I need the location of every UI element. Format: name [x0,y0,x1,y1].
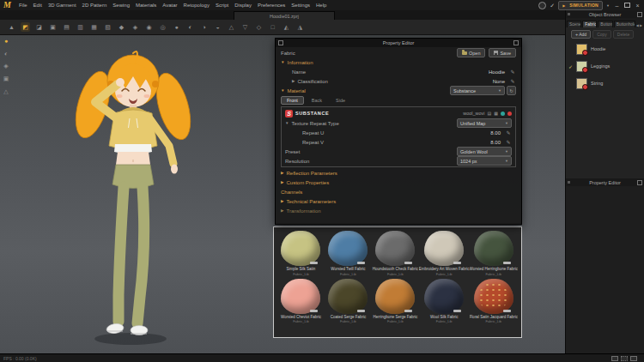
open-button[interactable]: Open [457,48,485,57]
custom-properties-header[interactable]: ▶ Custom Properties [281,178,516,187]
swatch-item[interactable]: Worsted Cheviot Fabric Fabric_Lib [277,277,325,324]
account-icon[interactable] [538,2,546,9]
property-editor-titlebar[interactable]: Property Editor [276,39,521,47]
toolbar-icon[interactable]: ◐ [185,22,195,32]
fabric-thumbnail[interactable] [375,231,415,266]
simulation-button[interactable]: ▶ SIMULATION [558,1,603,10]
side-tool-icon[interactable]: ● [2,36,10,45]
swatch-item[interactable]: Herringbone Serge Fabric Fabric_Lib [372,277,419,324]
panel-expand-icon[interactable] [513,40,519,45]
collapse-arrow-icon[interactable]: ▼ [285,121,289,125]
fabric-thumbnail[interactable] [424,279,464,314]
layers-icon[interactable]: ▦ [494,111,498,116]
toolbar-icon[interactable]: ▦ [89,22,99,32]
toolbar-icon[interactable]: ◑ [199,22,209,32]
fabric-list-item-hoodie[interactable]: Hoodie [566,40,644,57]
toolbar-icon[interactable]: △ [227,22,236,32]
panel-dock-icon[interactable] [278,40,283,45]
preset-dropdown[interactable]: Golden Wool ▼ [457,147,512,156]
menu-3d-garment[interactable]: 3D Garment [48,3,76,8]
layout-single-icon[interactable] [611,356,618,361]
menu-materials[interactable]: Materials [136,3,156,8]
information-section-header[interactable]: ▼ Information [281,57,516,67]
layout-grid-icon[interactable] [630,356,637,361]
tab-scroll-left-icon[interactable]: ◀ [636,23,639,27]
toolbar-icon[interactable]: ▥ [76,22,85,32]
tab-side[interactable]: Side [330,96,351,105]
toolbar-icon[interactable]: □ [268,22,277,32]
toolbar-icon-active[interactable]: ◩ [21,22,30,32]
delete-button[interactable]: Delete [613,30,634,39]
toolbar-icon[interactable]: ◭ [282,22,291,32]
swatch-item[interactable]: Floral Satin Jacquard Fabric Fabric_Lib [470,277,518,324]
toolbar-icon[interactable]: ◆ [117,22,126,32]
fabric-list-item-string[interactable]: String [566,75,644,92]
menu-retopology[interactable]: Retopology [184,3,210,8]
classification-value[interactable]: None [465,79,505,84]
layout-split-icon[interactable] [621,356,628,361]
swatch-item[interactable]: Simple Silk Satin Fabric_Lib [277,229,325,276]
toolbar-icon[interactable]: ◉ [144,22,154,32]
reflection-parameters-header[interactable]: ▶ Reflection Parameters [281,168,516,178]
toolbar-icon[interactable]: ◈ [131,22,140,32]
fabric-thumbnail[interactable] [474,231,513,266]
panel-expand-icon[interactable] [637,12,642,17]
tab-scroll-right-icon[interactable]: ▶ [640,23,642,27]
toolbar-icon[interactable]: ◎ [158,22,167,32]
swatch-item[interactable]: Wool Silk Fabric Fabric_Lib [419,277,470,324]
remove-substance-icon[interactable] [507,112,512,116]
fabric-thumbnail[interactable] [424,231,464,266]
minimize-button[interactable]: – [613,2,621,9]
name-value[interactable]: Hoodie [465,69,505,75]
side-tool-icon[interactable]: ◈ [2,62,10,70]
menu-avatar[interactable]: Avatar [162,3,177,8]
teal-status-icon[interactable] [501,112,505,116]
fabric-thumbnail[interactable] [375,279,415,314]
simulation-dropdown-caret[interactable]: ▼ [606,3,610,8]
menu-file[interactable]: File [19,3,27,8]
toolbar-icon[interactable]: ◒ [213,22,222,32]
swatch-item[interactable]: Coated Serge Fabric Fabric_Lib [325,277,372,324]
side-tool-icon[interactable]: ◐ [2,49,10,57]
avatar-character[interactable] [36,36,234,353]
swatch-item[interactable]: Embroidery Art Woven Fabric Fabric_Lib [419,229,470,276]
channels-header[interactable]: Channels [281,187,516,196]
toolbar-icon[interactable]: ▲ [7,22,16,32]
fabric-thumbnail[interactable] [328,231,368,266]
toolbar-icon[interactable]: ● [172,22,181,32]
side-tool-icon[interactable]: △ [2,87,10,96]
menu-display[interactable]: Display [234,3,252,8]
menu-sewing[interactable]: Sewing [112,3,130,8]
fabric-thumbnail[interactable] [281,279,320,314]
tab-buttonhole[interactable]: Buttonhole [614,21,635,27]
copy-button[interactable]: Copy [592,30,611,39]
panel-expand-icon[interactable] [637,180,642,185]
toolbar-icon[interactable]: ◮ [295,22,305,32]
panel-dock-icon[interactable] [568,181,570,184]
edit-pencil-icon[interactable]: ✎ [505,130,512,136]
fabric-list-item-leggings[interactable]: ✓ Leggings [566,57,644,75]
material-type-dropdown[interactable]: Substance ▼ [450,86,505,95]
panel-dock-icon[interactable] [568,13,570,15]
swatch-item[interactable]: Houndstooth Check Fabric Fabric_Lib [372,229,419,276]
close-button[interactable]: × [634,2,641,9]
toolbar-icon[interactable]: ◇ [254,22,264,32]
tab-scene[interactable]: Scene [567,21,581,27]
edit-pencil-icon[interactable]: ✎ [509,69,516,75]
menu-2d-pattern[interactable]: 2D Pattern [82,3,107,8]
check-icon[interactable]: ✓ [550,3,555,9]
save-button[interactable]: Save [489,48,516,57]
expand-arrow-icon[interactable]: ▶ [292,79,295,83]
repeat-u-value[interactable]: 8.00 [461,130,501,136]
menu-script[interactable]: Script [216,3,228,8]
side-tool-icon[interactable]: ▣ [2,75,10,83]
toolbar-icon[interactable]: ▽ [240,22,250,32]
fabric-thumbnail[interactable] [281,231,320,266]
swatch-item[interactable]: Worsted Twill Fabric Fabric_Lib [325,229,372,276]
grid-icon[interactable]: ▤ [488,111,492,116]
edit-pencil-icon[interactable]: ✎ [509,78,516,84]
maximize-button[interactable] [624,3,630,8]
technical-parameters-header[interactable]: ▶ Technical Parameters [281,196,516,206]
object-browser-titlebar[interactable]: Object Browser [566,10,644,18]
toolbar-icon[interactable]: ▤ [62,22,71,32]
